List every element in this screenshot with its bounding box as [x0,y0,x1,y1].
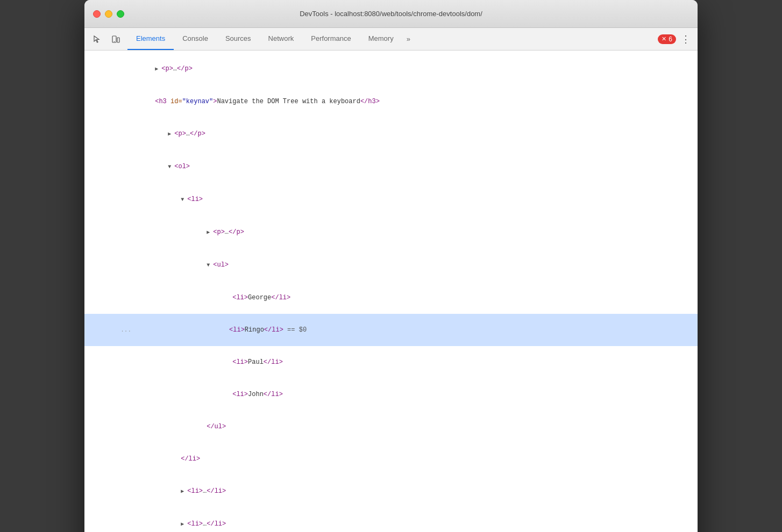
cursor-icon [93,35,102,44]
triangle-icon: ▶ [207,229,213,235]
tab-performance[interactable]: Performance [302,28,359,50]
tab-memory[interactable]: Memory [360,28,402,50]
dom-line[interactable]: ▶ <p>…</p> [84,53,698,85]
dom-line[interactable]: ▶ <p>…</p> [84,216,698,249]
triangle-icon: ▼ [168,164,174,170]
triangle-icon: ▼ [181,197,187,203]
triangle-icon: ▼ [207,262,213,268]
minimize-button[interactable] [105,10,112,18]
more-options-button[interactable]: ⋮ [678,32,693,47]
dom-line[interactable]: ▶ <li>…</li> [84,475,698,508]
dom-line-selected[interactable]: ...<li>Ringo</li> == $0 [84,314,698,346]
dom-line[interactable]: <li>John</li> [84,378,698,411]
dom-line[interactable]: <li>George</li> [84,282,698,314]
triangle-icon: ▶ [181,521,187,527]
maximize-button[interactable] [117,10,124,18]
dom-line[interactable]: <h3 id="keynav">Navigate the DOM Tree wi… [84,85,698,118]
titlebar: DevTools - localhost:8080/web/tools/chro… [84,0,698,28]
dom-line[interactable]: ▶ <p>…</p> [84,118,698,150]
tab-overflow-button[interactable]: » [402,28,415,50]
triangle-icon: ▶ [181,488,187,494]
svg-point-2 [114,41,115,42]
traffic-lights [93,10,124,18]
triangle-icon: ▶ [155,66,161,72]
inspect-element-button[interactable] [89,31,106,48]
tab-network[interactable]: Network [260,28,303,50]
triangle-icon: ▶ [168,131,174,137]
tab-sources[interactable]: Sources [217,28,260,50]
dom-line[interactable]: </ul> [84,411,698,443]
dom-line[interactable]: ▼ <ol> [84,150,698,183]
device-icon [111,35,120,44]
dom-line[interactable]: <li>Paul</li> [84,346,698,378]
tab-bar: Elements Console Sources Network Perform… [127,28,657,50]
tab-console[interactable]: Console [174,28,217,50]
dom-panel[interactable]: ▶ <p>…</p> <h3 id="keynav">Navigate the … [84,51,698,532]
devtools-window: DevTools - localhost:8080/web/tools/chro… [84,0,698,532]
error-count: 6 [669,35,672,43]
dom-line[interactable]: ▼ <ul> [84,249,698,282]
dom-line[interactable]: </li> [84,443,698,475]
svg-rect-1 [117,38,119,42]
error-badge[interactable]: ✕ 6 [658,34,676,44]
window-title: DevTools - localhost:8080/web/tools/chro… [300,10,482,18]
tab-elements[interactable]: Elements [127,28,174,50]
toolbar-right: ✕ 6 ⋮ [658,32,693,47]
device-toolbar-button[interactable] [107,31,124,48]
close-button[interactable] [93,10,101,18]
dom-line[interactable]: ▶ <li>…</li> [84,508,698,532]
toolbar: Elements Console Sources Network Perform… [84,28,698,51]
ellipsis: ... [120,327,131,333]
dom-line[interactable]: ▼ <li> [84,183,698,216]
error-icon: ✕ [662,35,666,42]
